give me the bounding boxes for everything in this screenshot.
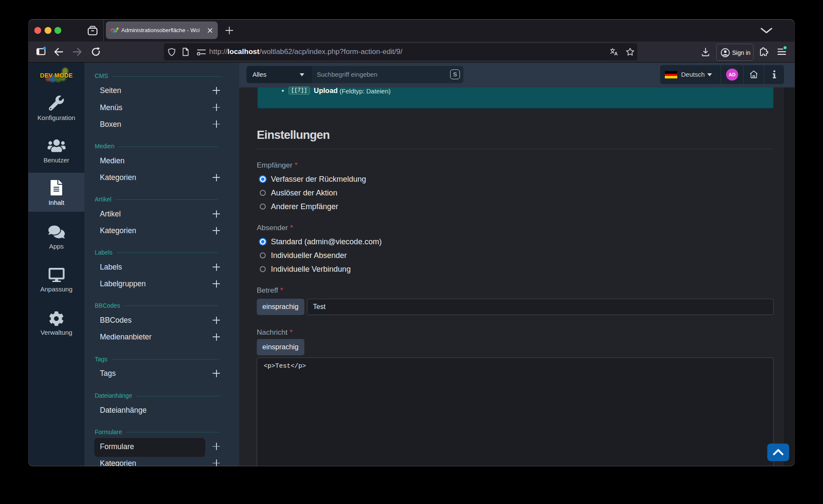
svg-text:A: A — [614, 51, 618, 56]
